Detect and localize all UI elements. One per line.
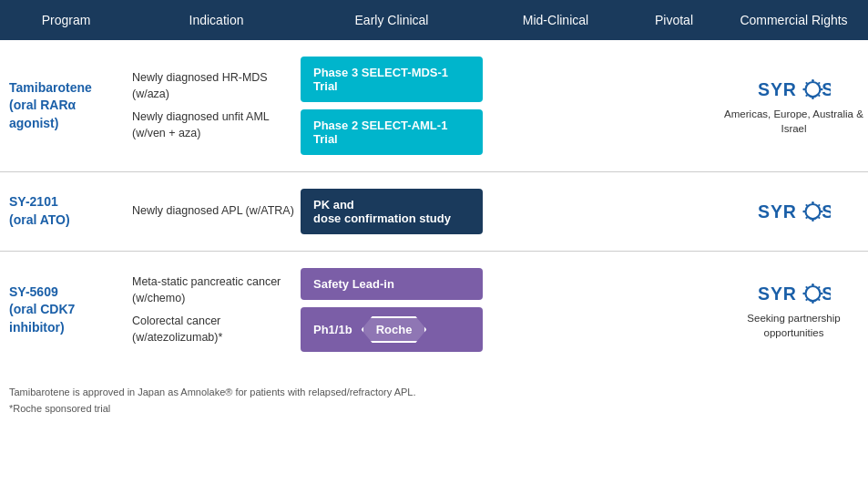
indication-block: Newly diagnosed APL (w/ATRA)	[132, 203, 301, 220]
svg-point-12	[805, 204, 820, 219]
svg-point-14	[812, 219, 814, 222]
svg-point-17	[805, 204, 807, 206]
header-program: Program	[0, 13, 132, 27]
drug-name-tamibarotene: Tamibarotene(oral RARαagonist)	[0, 79, 132, 133]
svg-point-1	[805, 82, 820, 97]
drug-trials-sy5609: Safety Lead-inPh1/1b Roche	[301, 268, 483, 352]
footnote-2: *Roche sponsored trial	[9, 401, 859, 418]
trial-bar: Phase 3 SELECT-MDS-1 Trial	[301, 57, 483, 102]
svg-point-25	[812, 301, 814, 304]
drug-indications-sy2101: Newly diagnosed APL (w/ATRA)	[132, 203, 301, 220]
drug-name-sy2101: SY-2101(oral ATO)	[0, 193, 132, 229]
drug-trials-tamibarotene: Phase 3 SELECT-MDS-1 TrialPhase 2 SELECT…	[301, 57, 483, 155]
header-commercial-rights: Commercial Rights	[720, 13, 868, 27]
drug-indications-sy5609: Meta-static pancreatic cancer (w/chemo)C…	[132, 274, 301, 345]
commercial-sy2101: SYR S	[720, 198, 868, 225]
commercial-sy5609: SYR S Seeking partnership opportunities	[720, 280, 868, 340]
indication-block: Newly diagnosed HR-MDS (w/aza)	[132, 70, 301, 102]
svg-point-2	[812, 79, 814, 82]
svg-point-26	[802, 293, 805, 295]
indication-block: Colorectal cancer (w/atezolizumab)*	[132, 314, 301, 345]
svg-point-13	[812, 201, 814, 204]
header-pivotal: Pivotal	[628, 13, 720, 27]
svg-point-18	[818, 217, 820, 219]
commercial-tamibarotene: SYR S Americas, Europe, Australia & Isra…	[720, 76, 868, 136]
svg-point-31	[805, 299, 807, 301]
roche-badge: Roche	[362, 316, 427, 343]
svg-text:SYR: SYR	[758, 201, 797, 222]
svg-point-29	[818, 299, 820, 301]
svg-point-8	[818, 82, 820, 84]
svg-point-9	[805, 95, 807, 97]
svg-point-30	[818, 286, 820, 288]
header-mid-clinical: Mid-Clinical	[483, 13, 628, 27]
drug-row-tamibarotene: Tamibarotene(oral RARαagonist)Newly diag…	[0, 40, 868, 172]
drug-name-sy5609: SY-5609(oral CDK7inhibitor)	[0, 284, 132, 337]
pipeline-content: Tamibarotene(oral RARαagonist)Newly diag…	[0, 40, 868, 377]
svg-point-20	[805, 217, 807, 219]
pipeline-header: Program Indication Early Clinical Mid-Cl…	[0, 0, 868, 40]
svg-text:S: S	[822, 79, 831, 99]
indication-block: Newly diagnosed unfit AML (w/ven + aza)	[132, 109, 301, 141]
svg-point-15	[802, 211, 805, 213]
svg-point-19	[818, 204, 820, 206]
svg-point-7	[818, 95, 820, 97]
drug-trials-sy2101: PK and dose confirmation study	[301, 189, 483, 234]
svg-point-4	[802, 88, 805, 91]
trial-label: Safety Lead-in	[313, 277, 394, 291]
header-indication: Indication	[132, 13, 301, 27]
svg-text:S: S	[822, 284, 831, 304]
trial-bar: Safety Lead-in	[301, 268, 483, 300]
trial-bar: Phase 2 SELECT-AML-1 Trial	[301, 109, 483, 155]
commercial-text: Seeking partnership opportunities	[720, 311, 868, 340]
indication-block: Meta-static pancreatic cancer (w/chemo)	[132, 274, 301, 306]
svg-text:SYR: SYR	[758, 284, 797, 304]
drug-indications-tamibarotene: Newly diagnosed HR-MDS (w/aza)Newly diag…	[132, 70, 301, 141]
trial-label: Phase 2 SELECT-AML-1 Trial	[313, 119, 470, 146]
drug-row-sy2101: SY-2101(oral ATO)Newly diagnosed APL (w/…	[0, 172, 868, 252]
header-early-clinical: Early Clinical	[301, 13, 483, 27]
trial-label: PK and dose confirmation study	[313, 198, 451, 225]
commercial-text: Americas, Europe, Australia & Israel	[720, 107, 868, 136]
trial-label: Phase 3 SELECT-MDS-1 Trial	[313, 66, 470, 93]
svg-point-3	[812, 97, 814, 99]
footnote-1: Tamibarotene is approved in Japan as Amn…	[9, 385, 859, 401]
trial-label: Ph1/1b	[313, 323, 352, 336]
drug-row-sy5609: SY-5609(oral CDK7inhibitor)Meta-static p…	[0, 252, 868, 368]
svg-point-28	[805, 286, 807, 288]
svg-point-23	[805, 286, 820, 301]
svg-text:S: S	[822, 201, 831, 222]
footnotes-section: Tamibarotene is approved in Japan as Amn…	[0, 377, 868, 426]
trial-bar: PK and dose confirmation study	[301, 189, 483, 234]
svg-point-6	[805, 82, 807, 84]
svg-point-24	[812, 284, 814, 286]
trial-bar-roche: Ph1/1b Roche	[301, 307, 483, 352]
svg-text:SYR: SYR	[758, 79, 797, 99]
